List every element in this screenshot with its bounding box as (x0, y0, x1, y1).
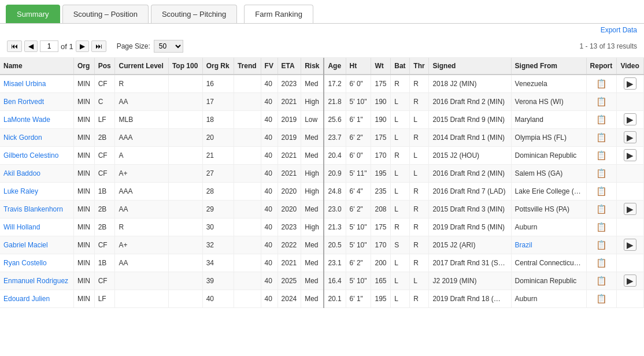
cell-wt: 190 (371, 93, 391, 111)
cell-name[interactable]: Ben Rortvedt (0, 93, 73, 111)
cell-name[interactable]: LaMonte Wade (0, 111, 73, 129)
cell-report[interactable]: 📋 (586, 147, 617, 165)
cell-pos: CF (94, 236, 115, 254)
cell-report[interactable]: 📋 (586, 290, 617, 308)
cell-name[interactable]: Luke Raley (0, 183, 73, 201)
cell-wt: 175 (371, 218, 391, 236)
export-link[interactable]: Export Data (601, 26, 637, 34)
cell-trend (234, 290, 261, 308)
cell-pos: C (94, 93, 115, 111)
cell-bat: L (391, 183, 410, 201)
cell-video[interactable] (617, 218, 644, 236)
col-fv: FV (261, 58, 277, 75)
cell-name[interactable]: Will Holland (0, 218, 73, 236)
report-icon[interactable]: 📋 (596, 168, 607, 178)
cell-fv: 40 (261, 272, 277, 290)
video-icon[interactable]: ▶ (624, 131, 636, 143)
cell-report[interactable]: 📋 (586, 201, 617, 218)
cell-video[interactable]: ▶ (617, 236, 644, 254)
cell-video[interactable]: ▶ (617, 272, 644, 290)
cell-name[interactable]: Edouard Julien (0, 290, 73, 308)
last-page-button[interactable]: ⏭ (91, 40, 106, 52)
cell-org-rk: 28 (202, 183, 234, 201)
video-icon[interactable]: ▶ (624, 113, 636, 125)
report-icon[interactable]: 📋 (596, 150, 607, 160)
report-icon[interactable]: 📋 (596, 204, 607, 214)
cell-name[interactable]: Enmanuel Rodriguez (0, 272, 73, 290)
cell-signed: 2016 Draft Rnd 2 (MIN) (429, 93, 511, 111)
cell-level: AA (115, 93, 168, 111)
cell-video[interactable] (617, 183, 644, 201)
video-icon[interactable]: ▶ (624, 239, 636, 251)
video-icon[interactable]: ▶ (624, 275, 636, 287)
report-icon[interactable]: 📋 (596, 97, 607, 106)
cell-name[interactable]: Ryan Costello (0, 254, 73, 272)
cell-video[interactable]: ▶ (617, 201, 644, 218)
first-page-button[interactable]: ⏮ (7, 40, 22, 52)
cell-eta: 2019 (277, 111, 301, 129)
cell-video[interactable]: ▶ (617, 111, 644, 129)
report-icon[interactable]: 📋 (596, 222, 607, 232)
cell-report[interactable]: 📋 (586, 218, 617, 236)
cell-video[interactable] (617, 254, 644, 272)
video-icon[interactable]: ▶ (624, 77, 636, 90)
cell-level: AA (115, 254, 168, 272)
cell-report[interactable]: 📋 (586, 272, 617, 290)
app-container: Summary Scouting – Position Scouting – P… (0, 0, 644, 308)
page-size-select[interactable]: 50 100 25 (154, 40, 183, 53)
cell-video[interactable] (617, 165, 644, 183)
cell-trend (234, 129, 261, 147)
cell-name[interactable]: Travis Blankenhorn (0, 201, 73, 218)
report-icon[interactable]: 📋 (596, 276, 607, 285)
cell-report[interactable]: 📋 (586, 254, 617, 272)
cell-video[interactable] (617, 93, 644, 111)
cell-name[interactable]: Gabriel Maciel (0, 236, 73, 254)
video-icon[interactable]: ▶ (624, 149, 636, 161)
cell-name[interactable]: Misael Urbina (0, 75, 73, 93)
cell-wt: 235 (371, 183, 391, 201)
report-icon[interactable]: 📋 (596, 294, 607, 303)
cell-trend (234, 272, 261, 290)
cell-report[interactable]: 📋 (586, 129, 617, 147)
cell-level: AAA (115, 183, 168, 201)
next-page-button[interactable]: ▶ (76, 40, 89, 52)
tab-summary[interactable]: Summary (6, 5, 60, 23)
cell-thr: R (410, 183, 429, 201)
video-icon[interactable]: ▶ (624, 203, 636, 215)
cell-top100 (168, 147, 202, 165)
cell-report[interactable]: 📋 (586, 93, 617, 111)
report-icon[interactable]: 📋 (596, 186, 607, 196)
cell-age: 20.9 (324, 165, 346, 183)
cell-signed-from[interactable]: Brazil (511, 236, 586, 254)
cell-report[interactable]: 📋 (586, 183, 617, 201)
cell-video[interactable]: ▶ (617, 75, 644, 93)
report-icon[interactable]: 📋 (596, 240, 607, 250)
report-icon[interactable]: 📋 (596, 79, 607, 88)
report-icon[interactable]: 📋 (596, 258, 607, 268)
cell-name[interactable]: Nick Gordon (0, 129, 73, 147)
cell-report[interactable]: 📋 (586, 111, 617, 129)
cell-report[interactable]: 📋 (586, 236, 617, 254)
cell-top100 (168, 290, 202, 308)
cell-top100 (168, 93, 202, 111)
cell-name[interactable]: Gilberto Celestino (0, 147, 73, 165)
cell-video[interactable] (617, 290, 644, 308)
col-top100: Top 100 (168, 58, 202, 75)
prev-page-button[interactable]: ◀ (24, 40, 38, 52)
cell-report[interactable]: 📋 (586, 75, 617, 93)
tab-scouting-position[interactable]: Scouting – Position (62, 5, 149, 23)
cell-top100 (168, 129, 202, 147)
cell-name[interactable]: Akil Baddoo (0, 165, 73, 183)
cell-video[interactable]: ▶ (617, 129, 644, 147)
cell-report[interactable]: 📋 (586, 165, 617, 183)
report-icon[interactable]: 📋 (596, 132, 607, 142)
tab-scouting-pitching[interactable]: Scouting – Pitching (151, 5, 237, 23)
cell-pos: CF (94, 147, 115, 165)
cell-video[interactable]: ▶ (617, 147, 644, 165)
cell-org: MIN (73, 129, 94, 147)
cell-eta: 2025 (277, 272, 301, 290)
cell-org: MIN (73, 93, 94, 111)
page-number-input[interactable] (40, 40, 58, 52)
report-icon[interactable]: 📋 (596, 114, 607, 124)
tab-farm-ranking[interactable]: Farm Ranking (244, 5, 313, 23)
